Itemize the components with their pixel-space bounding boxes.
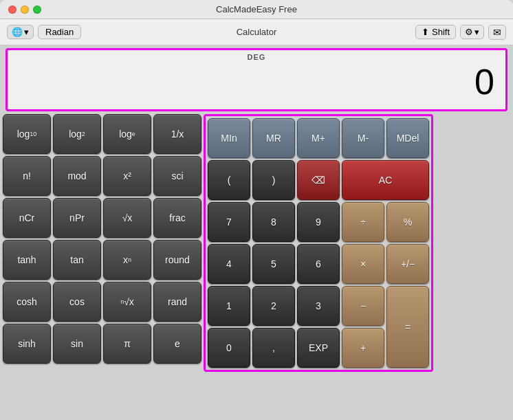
right-row-4: 4 5 6 × +/− [208,244,429,284]
9-button[interactable]: 9 [297,202,340,242]
sin-button[interactable]: sin [53,324,101,364]
lparen-button[interactable]: ( [208,160,250,200]
shift-up-icon: ⬆ [422,27,429,37]
toolbar: 🌐 ▾ Radian Calculator ⬆ Shift ⚙ ▾ ✉ [0,19,513,45]
comma-button[interactable]: , [252,328,295,368]
8-button[interactable]: 8 [252,202,295,242]
xsquared-button[interactable]: x² [103,156,151,196]
mr-button[interactable]: MR [252,118,295,158]
mail-icon: ✉ [493,27,501,38]
rparen-button[interactable]: ) [252,160,295,200]
inv-button[interactable]: 1/x [153,114,201,154]
left-row-2: n! mod x² sci [3,156,201,196]
left-row-4: tanh tan xn round [3,240,201,280]
memory-row: MIn MR M+ M- MDel [208,118,429,158]
divide-button[interactable]: ÷ [342,202,384,242]
gear-button[interactable]: ⚙ ▾ [460,25,484,39]
window-controls [8,5,41,14]
app-title: CalcMadeEasy Free [216,4,297,14]
sci-button[interactable]: sci [153,156,201,196]
display-value: 0 [8,61,505,109]
loge-button[interactable]: loge [103,114,151,154]
minimize-button[interactable] [21,5,29,14]
multiply-button[interactable]: × [342,244,384,284]
globe-arrow: ▾ [24,27,29,37]
display-wrapper: DEG 0 [6,48,507,111]
pi-button[interactable]: π [103,324,151,364]
mail-button[interactable]: ✉ [488,25,506,40]
percent-button[interactable]: % [386,202,429,242]
left-panel: log10 log2 loge 1/x n! mod x² sci nCr nP… [3,114,201,372]
npr-button[interactable]: nPr [53,198,101,238]
maximize-button[interactable] [33,5,41,14]
add-button[interactable]: + [342,328,384,368]
gear-icon: ⚙ [465,27,473,37]
plusminus-button[interactable]: +/− [386,244,429,284]
left-row-5: cosh cos n√x rand [3,282,201,322]
6-button[interactable]: 6 [297,244,340,284]
backspace-button[interactable]: ⌫ [297,160,340,200]
toolbar-right: ⬆ Shift ⚙ ▾ ✉ [415,25,506,40]
mod-button[interactable]: mod [53,156,101,196]
cos-button[interactable]: cos [53,282,101,322]
mminus-button[interactable]: M- [342,118,384,158]
equals-button[interactable]: = [386,286,429,368]
1-button[interactable]: 1 [208,286,250,326]
sqrt-button[interactable]: √x [103,198,151,238]
tan-button[interactable]: tan [53,240,101,280]
gear-arrow: ▾ [474,27,479,37]
display-mode: DEG [8,50,505,61]
mplus-button[interactable]: M+ [297,118,340,158]
tanh-button[interactable]: tanh [3,240,51,280]
globe-button[interactable]: 🌐 ▾ [7,25,34,39]
ac-button[interactable]: AC [342,160,429,200]
close-button[interactable] [8,5,17,14]
xn-button[interactable]: xn [103,240,151,280]
log2-button[interactable]: log2 [53,114,101,154]
round-button[interactable]: round [153,240,201,280]
sinh-button[interactable]: sinh [3,324,51,364]
rand-button[interactable]: rand [153,282,201,322]
calculator-main: DEG 0 log10 log2 loge 1/x n! mod x² sci … [0,45,513,375]
subtract-button[interactable]: − [342,286,384,326]
7-button[interactable]: 7 [208,202,250,242]
shift-button[interactable]: ⬆ Shift [415,25,456,39]
mln-button[interactable]: MIn [208,118,250,158]
0-button[interactable]: 0 [208,328,250,368]
radian-button[interactable]: Radian [38,25,81,39]
5-button[interactable]: 5 [252,244,295,284]
ncr-button[interactable]: nCr [3,198,51,238]
shift-label: Shift [432,27,450,37]
titlebar: CalcMadeEasy Free [0,0,513,19]
toolbar-center-label: Calculator [237,27,277,37]
exp-button[interactable]: EXP [297,328,340,368]
mdel-button[interactable]: MDel [386,118,429,158]
factorial-button[interactable]: n! [3,156,51,196]
e-button[interactable]: e [153,324,201,364]
4-button[interactable]: 4 [208,244,250,284]
right-panel: MIn MR M+ M- MDel ( ) ⌫ AC 7 8 9 ÷ % [204,114,433,372]
right-row-2: ( ) ⌫ AC [208,160,429,200]
globe-icon: 🌐 [12,27,23,37]
frac-button[interactable]: frac [153,198,201,238]
panels-row: log10 log2 loge 1/x n! mod x² sci nCr nP… [3,114,510,372]
left-row-1: log10 log2 loge 1/x [3,114,201,154]
2-button[interactable]: 2 [252,286,295,326]
3-button[interactable]: 3 [297,286,340,326]
log10-button[interactable]: log10 [3,114,51,154]
left-row-6: sinh sin π e [3,324,201,364]
nthroot-button[interactable]: n√x [103,282,151,322]
cosh-button[interactable]: cosh [3,282,51,322]
right-row-3: 7 8 9 ÷ % [208,202,429,242]
left-row-3: nCr nPr √x frac [3,198,201,238]
